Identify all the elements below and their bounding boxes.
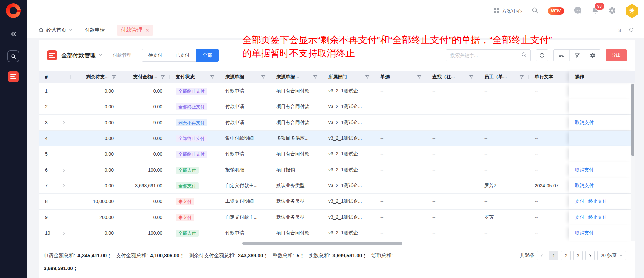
column-label-text: 单行文本 [535, 74, 553, 80]
chevron-down-icon [619, 253, 623, 258]
view-switcher[interactable]: 全部付款管理 [61, 52, 103, 59]
page-size-select[interactable]: 20 条/页 [597, 251, 626, 260]
filter-button[interactable] [569, 50, 585, 61]
cell-lookup: -- [426, 146, 478, 162]
expand-row-icon[interactable] [62, 121, 66, 125]
row-index: 6 [45, 167, 48, 173]
table-tools [553, 49, 600, 61]
cell-source: 付款申请 [219, 115, 270, 130]
page-button-2[interactable]: 2 [561, 251, 571, 260]
solution-center-nav[interactable]: 方案中心 [494, 8, 522, 14]
sort-icon [558, 52, 565, 58]
column-filter-icon[interactable] [160, 75, 165, 79]
search-icon[interactable] [531, 7, 539, 15]
search-input[interactable] [450, 53, 521, 58]
row-index: 10 [45, 230, 50, 236]
action-link[interactable]: 取消支付 [575, 183, 594, 189]
column-label-index: # [45, 74, 48, 80]
sidebar-search-icon[interactable] [7, 50, 19, 62]
action-link[interactable]: 取消支付 [575, 230, 594, 236]
filter-tab-3[interactable]: 全部 [196, 49, 219, 62]
search-icon[interactable] [521, 52, 527, 59]
prev-page-button[interactable] [537, 251, 546, 260]
expand-row-icon[interactable] [62, 184, 66, 188]
status-badge: 全部支付 [176, 182, 199, 189]
cell-source_type: 项目有合同付款 [270, 115, 322, 130]
expand-row-icon[interactable] [62, 231, 66, 235]
column-filter-icon[interactable] [112, 75, 116, 79]
column-settings-button[interactable] [585, 50, 600, 61]
tabs-refresh-icon[interactable] [629, 27, 634, 33]
export-button[interactable]: 导出 [606, 49, 627, 61]
table-row[interactable]: 20.000.00全部终止支付付款申请项目有合同付款v3_2_1测试企...--… [39, 99, 635, 115]
page-button-1[interactable]: 1 [549, 251, 558, 260]
tab-payment-request[interactable]: 付款申请 [85, 27, 105, 33]
cell-source_type: 项目有合同付款 [270, 225, 322, 241]
column-filter-icon[interactable] [365, 75, 370, 79]
cell-employee: -- [478, 115, 529, 130]
column-filter-icon[interactable] [417, 75, 422, 79]
cell-employee: -- [478, 83, 529, 99]
chat-icon[interactable] [573, 6, 582, 16]
cell-single: -- [374, 115, 426, 130]
table-row[interactable]: 30.009.00剩余不再支付付款申请项目有合同付款v3_2_1测试企...--… [39, 115, 635, 131]
column-filter-icon[interactable] [261, 75, 266, 79]
table-row[interactable]: 60.00100.00全部支付报销明细项目报销v3_2_1测试企...-----… [39, 162, 635, 178]
table-row[interactable]: 9200.000.00未支付自定义付款主...默认业务类型v3_2_1测试企..… [39, 210, 635, 225]
open-tab-count: 3 [618, 28, 621, 33]
view-subtitle[interactable]: 付款管理 [113, 52, 131, 58]
page-button-3[interactable]: 3 [573, 251, 583, 260]
avatar[interactable]: 芳 [625, 4, 639, 18]
column-label-employee: 员工（单... [484, 74, 507, 80]
vertical-scrollbar[interactable] [631, 83, 635, 241]
action-link[interactable]: 取消支付 [575, 120, 594, 126]
row-height-button[interactable] [554, 50, 569, 61]
row-index-wrap: 4 [45, 136, 66, 141]
breadcrumb-home[interactable]: 经营首页 [38, 27, 73, 34]
action-link[interactable]: 终止支付 [588, 198, 607, 204]
column-filter-icon[interactable] [313, 75, 318, 79]
gear-icon[interactable] [608, 7, 616, 16]
action-link[interactable]: 终止支付 [588, 214, 607, 220]
status-badge: 全部终止支付 [176, 88, 207, 95]
next-page-button[interactable] [585, 251, 595, 260]
cell-single: -- [374, 146, 426, 162]
column-header-employee: 员工（单... [478, 71, 529, 83]
pagination: 共56条 123 20 条/页 [520, 251, 626, 260]
horizontal-scrollbar[interactable] [39, 242, 635, 245]
bell-icon[interactable] [591, 10, 599, 16]
list-toolbar: 全部付款管理 付款管理 待支付已支付全部 [39, 40, 635, 62]
cell-text: -- [529, 162, 569, 178]
sidebar-payment-app-icon[interactable] [8, 71, 19, 82]
collapse-sidebar-icon[interactable] [10, 30, 17, 39]
column-filter-icon[interactable] [469, 75, 474, 79]
row-index: 1 [45, 88, 48, 94]
close-icon[interactable]: ✕ [145, 28, 149, 33]
table-row[interactable]: 100.00100.00全部支付付款申请项目有合同付款v3_2_1测试企...-… [39, 225, 635, 241]
action-link[interactable]: 支付 [575, 198, 584, 204]
action-link[interactable]: 取消支付 [575, 167, 594, 173]
settings-gear-icon [590, 52, 596, 58]
new-badge[interactable]: NEW [548, 7, 565, 15]
cell-single: -- [374, 83, 426, 99]
cell-lookup: -- [426, 225, 478, 241]
tab-payment-management[interactable]: 付款管理 ✕ [117, 25, 153, 36]
filter-tab-1[interactable]: 待支付 [142, 49, 169, 62]
horizontal-scrollbar-thumb[interactable] [242, 242, 402, 245]
table-row[interactable]: 40.000.00全部终止支付集中付款明细多项目多供应...v3_2_1测试企.… [39, 131, 635, 146]
column-filter-icon[interactable] [210, 75, 215, 79]
table-row[interactable]: 810,000.000.00未支付工资支付明细默认业务类型v3_2_1测试企..… [39, 194, 635, 210]
action-link[interactable]: 支付 [575, 214, 584, 220]
expand-row-icon[interactable] [62, 168, 66, 172]
table-row[interactable]: 70.003,698,691.00全部支付自定义付款主...默认业务类型v3_2… [39, 178, 635, 194]
payment-app-icon [47, 50, 57, 60]
filter-tab-2[interactable]: 已支付 [169, 49, 196, 62]
table-row[interactable]: 50.000.00全部终止支付付款申请项目有合同付款v3_2_1测试企...--… [39, 146, 635, 162]
column-filter-icon[interactable] [519, 75, 524, 79]
cell-single: -- [374, 210, 426, 225]
refresh-button[interactable] [536, 49, 548, 61]
table-row[interactable]: 10.000.00全部终止支付付款申请项目有合同付款v3_2_1测试企...--… [39, 83, 635, 99]
cell-single: -- [374, 99, 426, 114]
cell-employee: -- [478, 162, 529, 178]
vertical-scrollbar-thumb[interactable] [631, 84, 634, 156]
